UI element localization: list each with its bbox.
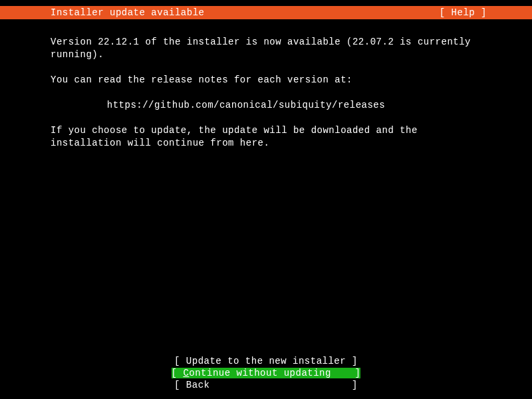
release-notes-url: https://github.com/canonical/subiquity/r… [51,99,481,112]
help-button[interactable]: [ Help ] [440,7,527,18]
button-area: [ Update to the new installer ] [ Contin… [0,355,532,391]
update-info-text: If you choose to update, the update will… [51,124,481,150]
release-notes-text: You can read the release notes for each … [51,74,481,86]
continue-without-updating-button[interactable]: [ Continue without updating ] [172,368,361,378]
content-area: Version 22.12.1 of the installer is now … [0,19,532,150]
header-bar: Installer update available [ Help ] [0,6,532,19]
version-info-text: Version 22.12.1 of the installer is now … [51,36,481,61]
back-button[interactable]: [ Back ] [174,380,358,390]
page-title: Installer update available [51,7,204,18]
update-installer-button[interactable]: [ Update to the new installer ] [174,356,358,366]
